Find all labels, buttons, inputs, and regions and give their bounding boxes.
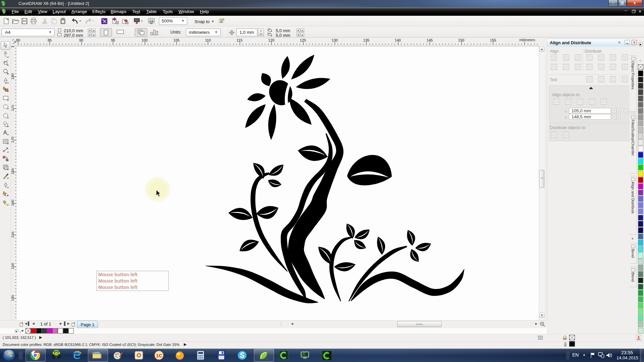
svg-text:x: x [271,30,272,32]
svg-text:y: y [271,34,272,37]
svg-text:1C: 1C [156,353,162,358]
svg-text:A: A [3,130,7,135]
